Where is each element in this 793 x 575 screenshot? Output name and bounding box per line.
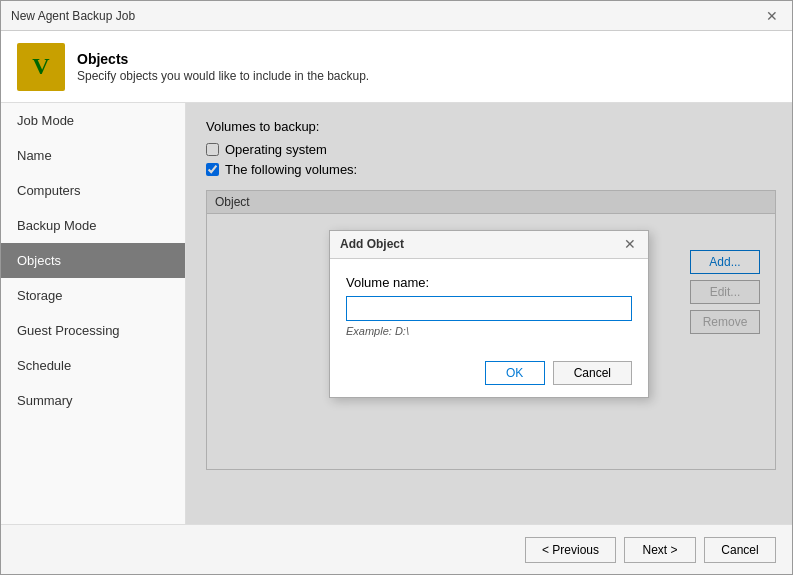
header-description: Specify objects you would like to includ… [77, 69, 369, 83]
volume-example: Example: D:\ [346, 325, 632, 337]
title-bar: New Agent Backup Job ✕ [1, 1, 792, 31]
header-icon-bg: V [17, 43, 65, 91]
footer: < Previous Next > Cancel [1, 524, 792, 574]
page-header: V Objects Specify objects you would like… [1, 31, 792, 103]
next-button[interactable]: Next > [624, 537, 696, 563]
volume-name-input[interactable] [346, 296, 632, 321]
window-title: New Agent Backup Job [11, 9, 135, 23]
modal-close-button[interactable]: ✕ [622, 237, 638, 251]
modal-cancel-button[interactable]: Cancel [553, 361, 632, 385]
content-area: Job Mode Name Computers Backup Mode Obje… [1, 103, 792, 524]
previous-button[interactable]: < Previous [525, 537, 616, 563]
modal-overlay: Add Object ✕ Volume name: Example: D:\ O… [186, 103, 792, 524]
modal-footer: OK Cancel [330, 353, 648, 397]
sidebar-item-backup-mode[interactable]: Backup Mode [1, 208, 185, 243]
sidebar-item-summary[interactable]: Summary [1, 383, 185, 418]
header-title: Objects [77, 51, 369, 67]
sidebar-item-guest-processing[interactable]: Guest Processing [1, 313, 185, 348]
sidebar-item-schedule[interactable]: Schedule [1, 348, 185, 383]
main-panel: Volumes to backup: Operating system The … [186, 103, 792, 524]
sidebar-item-computers[interactable]: Computers [1, 173, 185, 208]
sidebar-item-job-mode[interactable]: Job Mode [1, 103, 185, 138]
sidebar-item-storage[interactable]: Storage [1, 278, 185, 313]
header-icon-letter: V [32, 53, 49, 80]
sidebar: Job Mode Name Computers Backup Mode Obje… [1, 103, 186, 524]
modal-title-bar: Add Object ✕ [330, 231, 648, 259]
modal-title: Add Object [340, 237, 404, 251]
main-window: New Agent Backup Job ✕ V Objects Specify… [0, 0, 793, 575]
volume-label: Volume name: [346, 275, 632, 290]
cancel-button[interactable]: Cancel [704, 537, 776, 563]
modal-ok-button[interactable]: OK [485, 361, 545, 385]
sidebar-item-name[interactable]: Name [1, 138, 185, 173]
sidebar-item-objects[interactable]: Objects [1, 243, 185, 278]
add-object-dialog: Add Object ✕ Volume name: Example: D:\ O… [329, 230, 649, 398]
header-text: Objects Specify objects you would like t… [77, 51, 369, 83]
modal-body: Volume name: Example: D:\ [330, 259, 648, 353]
header-icon: V [17, 43, 65, 91]
window-close-button[interactable]: ✕ [762, 9, 782, 23]
